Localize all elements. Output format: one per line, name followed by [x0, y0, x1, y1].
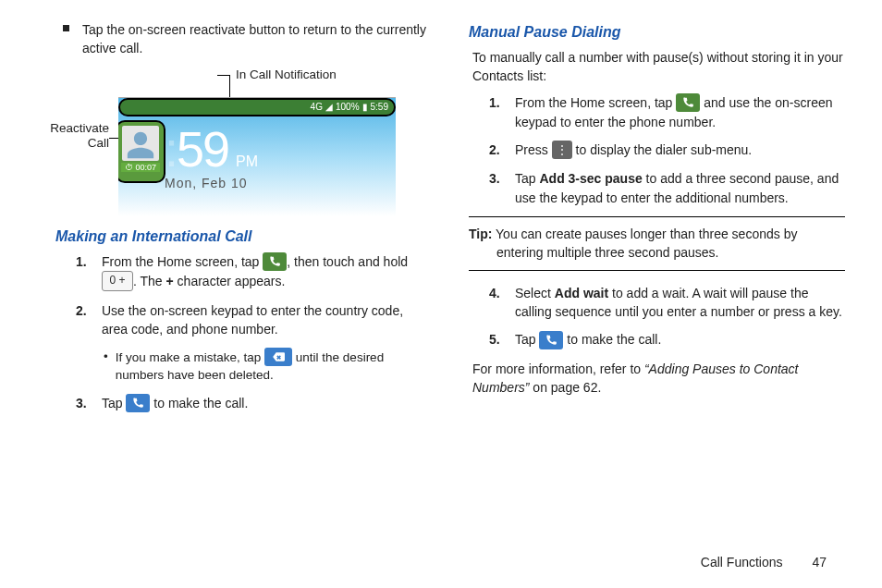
tip-text-a: You can create pauses longer than three … — [492, 227, 797, 241]
status-4g-label: 4G — [311, 102, 323, 112]
avatar-icon — [122, 126, 159, 161]
mp-step-2: 2. Press ⋮ to display the dialer sub-men… — [489, 141, 845, 160]
status-clock: 5:59 — [371, 102, 388, 112]
step3-text-b: to make the call. — [153, 396, 248, 410]
step-1: 1. From the Home screen, tap , then touc… — [76, 252, 432, 293]
callout-reactivate-line2: Call — [88, 136, 109, 150]
menu-icon: ⋮ — [552, 141, 572, 159]
callout-reactivate-line1: Reactivate — [50, 121, 109, 135]
tip-box: Tip: You can create pauses longer than t… — [469, 216, 845, 271]
right-column: Manual Pause Dialing To manually call a … — [469, 20, 845, 508]
footer-section: Call Functions — [701, 555, 783, 570]
phone-screenshot: 4G ◢ 100% ▮ 5:59 ⏱ 00:07 :59 PM — [118, 97, 396, 216]
clock-ampm: PM — [236, 153, 258, 169]
step-2-sub: • If you make a mistake, tap until the d… — [104, 349, 432, 385]
step-number: 2. — [76, 301, 92, 339]
step1-text-a: From the Home screen, tap — [102, 254, 263, 269]
step1-text-b: , then touch and hold — [287, 254, 408, 269]
step-number: 4. — [489, 284, 506, 322]
tip-text-b: entering multiple three second pauses. — [469, 243, 845, 262]
backspace-icon — [264, 348, 292, 366]
clock-date: Mon, Feb 10 — [165, 176, 258, 190]
tip-label: Tip: — [469, 227, 492, 241]
step2-text: Use the on-screen keypad to enter the co… — [102, 301, 432, 339]
add-3sec-label: Add 3-sec pause — [539, 171, 642, 186]
step-2: 2. Use the on-screen keypad to enter the… — [76, 301, 432, 339]
callout-in-call-notification: In Call Notification — [236, 67, 337, 82]
mp-step-4: 4. Select Add wait to add a wait. A wait… — [489, 284, 845, 322]
lock-screen-clock: :59 PM Mon, Feb 10 — [165, 120, 258, 190]
bullet-item: Tap the on-screen reactivate button to r… — [55, 20, 432, 58]
zero-plus-key: 0 + — [102, 271, 133, 291]
ref-text-a: For more information, refer to — [472, 361, 644, 376]
heading-manual-pause: Manual Pause Dialing — [469, 24, 845, 41]
bullet-text: Tap the on-screen reactivate button to r… — [82, 20, 432, 58]
step3-text-a: Tap — [102, 396, 126, 410]
add-wait-label: Add wait — [555, 286, 608, 300]
mp2-text-a: Press — [515, 142, 552, 157]
step1-text-c: . The — [133, 274, 166, 288]
call-button-icon — [539, 331, 563, 349]
timer-value: 00:07 — [135, 163, 156, 172]
sub-text-a: If you make a mistake, tap — [116, 349, 264, 363]
signal-icon: ◢ — [325, 102, 333, 112]
heading-international-call: Making an International Call — [55, 228, 432, 245]
plus-char: + — [166, 274, 174, 288]
call-timer: ⏱ 00:07 — [121, 163, 160, 172]
dot-bullet-icon: • — [104, 349, 108, 385]
step-3: 3. Tap to make the call. — [76, 394, 432, 413]
square-bullet-icon — [63, 25, 69, 31]
reactivate-call-widget: ⏱ 00:07 — [118, 120, 165, 183]
step-number: 2. — [489, 141, 506, 160]
mp5-text-b: to make the call. — [567, 332, 661, 347]
battery-icon: ▮ — [362, 102, 368, 112]
step-number: 3. — [489, 169, 506, 207]
in-call-figure: In Call Notification Reactivate Call 4G … — [55, 66, 432, 223]
status-bar: 4G ◢ 100% ▮ 5:59 — [118, 98, 396, 116]
phone-icon — [263, 252, 287, 271]
mp1-text-a: From the Home screen, tap — [515, 95, 676, 110]
clock-minutes: 59 — [177, 121, 228, 177]
mp4-text-a: Select — [515, 286, 555, 300]
footer-page-number: 47 — [812, 555, 827, 570]
phone-icon — [676, 93, 700, 112]
intro-text: To manually call a number with pause(s) … — [472, 48, 845, 86]
mp5-text-a: Tap — [515, 332, 539, 347]
left-column: Tap the on-screen reactivate button to r… — [55, 20, 432, 508]
ref-text-b: on page 62. — [533, 380, 601, 395]
cross-reference: For more information, refer to “Adding P… — [472, 360, 845, 398]
page-footer: Call Functions 47 — [701, 555, 827, 570]
status-battery-pct: 100% — [336, 102, 360, 112]
step1-text-d: character appears. — [174, 274, 286, 288]
step-number: 1. — [76, 252, 92, 293]
mp-step-3: 3. Tap Add 3-sec pause to add a three se… — [489, 169, 845, 207]
mp-step-1: 1. From the Home screen, tap and use the… — [489, 93, 845, 132]
callout-reactivate-call: Reactivate Call — [39, 121, 109, 151]
mp-step-5: 5. Tap to make the call. — [489, 330, 845, 349]
call-button-icon — [126, 394, 150, 412]
step-number: 5. — [489, 330, 506, 349]
step-number: 1. — [489, 93, 506, 132]
mp2-text-b: to display the dialer sub-menu. — [576, 142, 753, 157]
mp3-text-a: Tap — [515, 171, 539, 186]
step-number: 3. — [76, 394, 92, 413]
